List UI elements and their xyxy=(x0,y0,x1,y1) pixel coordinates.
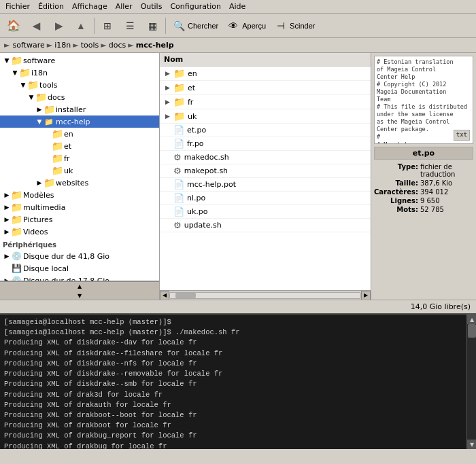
addr-sep-4: ► xyxy=(128,41,133,50)
addr-seg-software[interactable]: software xyxy=(12,41,44,50)
file-icon: ⚙ xyxy=(173,152,182,162)
nom-header: Nom xyxy=(164,55,183,64)
tree-item-uk[interactable]: 📁 uk xyxy=(0,164,159,177)
view-detail-button[interactable]: ▦ xyxy=(141,16,163,36)
view-icons-icon: ⊞ xyxy=(100,18,115,33)
folder-icon: 📁 xyxy=(44,104,54,115)
terminal-line-12: Producing XML of drakbug for locale fr xyxy=(4,442,462,449)
hscroll-thumb[interactable] xyxy=(175,293,196,298)
expand-icon: ▶ xyxy=(35,105,44,113)
file-name: makedoc.sh xyxy=(184,153,229,162)
file-row-update[interactable]: ⚙ update.sh xyxy=(160,219,371,232)
menu-affichage[interactable]: Affichage xyxy=(68,1,112,12)
addr-seg-tools[interactable]: tools xyxy=(81,41,99,50)
left-panel-wrapper: ▼ 📁 software ▼ 📁 i18n ▼ 📁 tools xyxy=(0,53,160,300)
tree-item-software[interactable]: ▼ 📁 software xyxy=(0,54,159,67)
tree-item-multimedia[interactable]: ▶ 📁 multimedia xyxy=(0,201,159,213)
scroll-down-btn[interactable]: ▼ xyxy=(0,291,159,300)
file-name: nl.po xyxy=(187,194,205,202)
tree-item-disque41[interactable]: ▶ 💿 Disque dur de 41,8 Gio xyxy=(0,250,159,262)
tree-item-pictures[interactable]: ▶ 📁 Pictures xyxy=(0,213,159,226)
expand-icon: ▶ xyxy=(165,70,173,77)
file-row-uk-po[interactable]: 📄 uk.po xyxy=(160,205,371,219)
term-scroll-up[interactable]: ▲ xyxy=(467,315,476,324)
tree-item-i18n[interactable]: ▼ 📁 i18n xyxy=(0,67,159,79)
chars-value: 394 012 xyxy=(420,188,473,196)
peripheriques-section-label: Périphériques xyxy=(0,240,159,250)
term-scroll-track xyxy=(467,324,476,440)
tree-item-videos[interactable]: ▶ 📁 Videos xyxy=(0,226,159,238)
tree-item-en[interactable]: 📁 en xyxy=(0,128,159,140)
tree-item-modeles[interactable]: ▶ 📁 Modèles xyxy=(0,189,159,201)
type-label: Type: xyxy=(374,162,420,179)
expand-icon: ▼ xyxy=(19,81,27,89)
menu-aller[interactable]: Aller xyxy=(112,1,137,12)
home-icon: 🏠 xyxy=(6,18,21,33)
addr-sep-3: ► xyxy=(101,41,106,50)
tree-container: ▼ 📁 software ▼ 📁 i18n ▼ 📁 tools xyxy=(0,53,159,281)
term-scroll-thumb[interactable] xyxy=(468,324,476,338)
menu-fichier[interactable]: Fichier xyxy=(1,1,34,12)
addr-arrow-start: ► xyxy=(4,41,10,50)
tree-label: uk xyxy=(64,166,73,175)
home-button[interactable]: 🏠 xyxy=(3,16,24,36)
scinder-button[interactable]: ⊣ Scinder xyxy=(270,16,318,36)
terminal[interactable]: [samageia@localhost mcc-help (master)]$ … xyxy=(0,315,466,449)
file-row-en[interactable]: ▶ 📁 en xyxy=(160,67,371,81)
hscroll-right-btn[interactable]: ▶ xyxy=(361,291,371,300)
file-row-mcc-help-pot[interactable]: 📄 mcc-help.pot xyxy=(160,178,371,192)
hscroll-left-btn[interactable]: ◀ xyxy=(160,291,169,300)
file-icon: 📄 xyxy=(173,139,184,149)
terminal-line-3: Producing XML of diskdrake--fileshare fo… xyxy=(4,349,462,359)
menu-configuration[interactable]: Configuration xyxy=(166,1,225,12)
menu-outils[interactable]: Outils xyxy=(137,1,167,12)
menu-edition[interactable]: Édition xyxy=(34,1,68,12)
terminal-line-1: [samageia@localhost mcc-help (master)]$ … xyxy=(4,327,462,338)
tree-label: tools xyxy=(39,81,58,90)
expand-icon: ▶ xyxy=(165,113,173,120)
apercu-button[interactable]: 👁 Aperçu xyxy=(222,16,269,36)
tree-item-docs[interactable]: ▼ 📁 docs xyxy=(0,91,159,103)
view-icons-button[interactable]: ⊞ xyxy=(97,16,118,36)
expand-icon: ▼ xyxy=(3,56,11,65)
tree-label: software xyxy=(23,56,55,65)
scroll-up-btn[interactable]: ▲ xyxy=(0,281,159,291)
lines-label: Lignes: xyxy=(374,196,420,205)
file-row-uk[interactable]: ▶ 📁 uk xyxy=(160,109,371,124)
tree-item-disque17[interactable]: ▶ 💿 Disque dur de 17,8 Gio xyxy=(0,274,159,281)
tree-item-installer[interactable]: ▶ 📁 installer xyxy=(0,103,159,115)
file-row-makedoc[interactable]: ⚙ makedoc.sh xyxy=(160,151,371,164)
menu-aide[interactable]: Aide xyxy=(225,1,250,12)
words-value: 52 785 xyxy=(420,205,473,214)
scinder-label: Scinder xyxy=(290,22,315,30)
up-button[interactable]: ▲ xyxy=(70,16,92,36)
tree-item-mcc-help[interactable]: ▼ 📁 mcc-help xyxy=(0,115,159,128)
tree-item-et[interactable]: 📁 et xyxy=(0,140,159,152)
file-row-fr[interactable]: ▶ 📁 fr xyxy=(160,95,371,109)
chercher-button[interactable]: 🔍 Chercher xyxy=(168,16,222,36)
tree-item-disquelocal[interactable]: 💾 Disque local xyxy=(0,262,159,274)
size-label: Taille: xyxy=(374,179,420,188)
tree-item-tools[interactable]: ▼ 📁 tools xyxy=(0,79,159,91)
back-button[interactable]: ◀ xyxy=(25,16,47,36)
file-row-makepot[interactable]: ⚙ makepot.sh xyxy=(160,164,371,178)
file-row-et[interactable]: ▶ 📁 et xyxy=(160,81,371,95)
addr-seg-docs[interactable]: docs xyxy=(109,41,126,50)
file-row-fr-po[interactable]: 📄 fr.po xyxy=(160,137,371,151)
addr-seg-i18n[interactable]: i18n xyxy=(54,41,71,50)
tree-label: websites xyxy=(56,179,88,188)
expand-icon: ▶ xyxy=(3,203,11,211)
file-icon: ⚙ xyxy=(173,220,182,230)
view-compact-button[interactable]: ☰ xyxy=(119,16,141,36)
term-scroll-down[interactable]: ▼ xyxy=(467,440,476,449)
terminal-line-11: Producing XML of drakbug_report for loca… xyxy=(4,431,462,441)
tree-item-websites[interactable]: ▶ 📁 websites xyxy=(0,177,159,189)
tree-item-fr[interactable]: 📁 fr xyxy=(0,152,159,164)
lines-value: 9 650 xyxy=(420,196,473,205)
expand-icon xyxy=(44,154,52,162)
view-compact-icon: ☰ xyxy=(122,18,137,33)
terminal-line-4: Producing XML of diskdrake--nfs for loca… xyxy=(4,359,462,369)
file-row-et-po[interactable]: 📄 et.po xyxy=(160,124,371,137)
forward-button[interactable]: ▶ xyxy=(48,16,69,36)
file-row-nl-po[interactable]: 📄 nl.po xyxy=(160,192,371,205)
